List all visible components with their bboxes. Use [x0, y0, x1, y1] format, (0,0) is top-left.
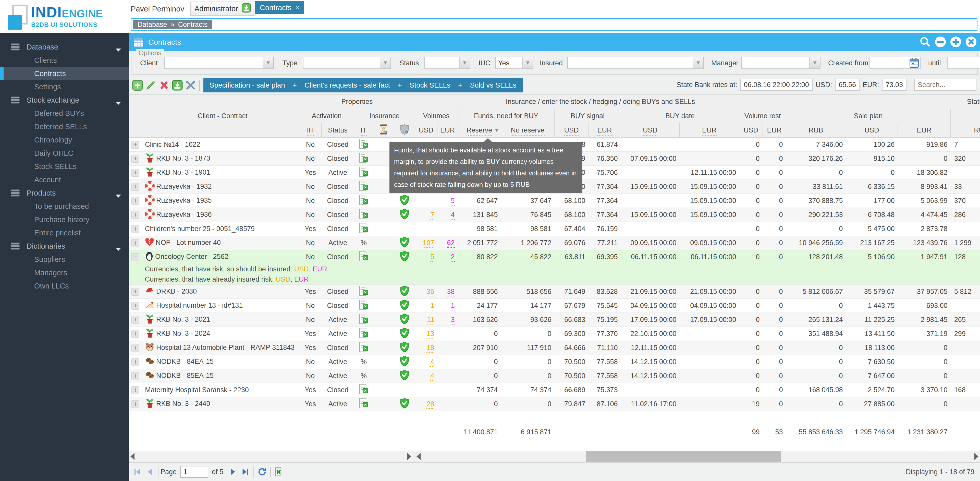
- row-expander-button[interactable]: −: [131, 253, 139, 261]
- calendar-icon[interactable]: [908, 57, 920, 68]
- view-tab-3[interactable]: Stock SELLs: [404, 81, 457, 89]
- column-header-volumes-eur[interactable]: EUR: [438, 123, 458, 138]
- scroll-left-icon[interactable]: [130, 453, 135, 460]
- sidebar-item-clients[interactable]: Clients: [0, 54, 129, 67]
- excel-icon[interactable]: [359, 199, 368, 207]
- column-header-it[interactable]: IT: [354, 123, 373, 138]
- excel-icon[interactable]: [359, 332, 368, 339]
- row-expander-button[interactable]: +: [131, 372, 139, 380]
- excel-icon[interactable]: [359, 171, 368, 178]
- excel-icon[interactable]: [359, 388, 368, 396]
- column-header-reserve[interactable]: Reserve▼: [458, 123, 501, 138]
- volume-eur-link[interactable]: 5: [451, 197, 455, 205]
- sidebar-item-deferred-sells[interactable]: Deferred SELLs: [0, 120, 129, 133]
- status-filter[interactable]: ▼: [425, 57, 470, 69]
- chevron-down-icon[interactable]: ▼: [262, 57, 273, 68]
- eur-rate-field[interactable]: 73.03: [882, 79, 907, 91]
- excel-icon[interactable]: [359, 185, 368, 193]
- manager-filter[interactable]: ▼: [741, 57, 821, 69]
- search-icon[interactable]: [919, 36, 931, 48]
- volume-usd-link[interactable]: 4: [430, 372, 434, 381]
- column-header-rest-usd[interactable]: USD: [739, 123, 763, 138]
- row-expander-button[interactable]: +: [131, 211, 139, 219]
- shield-icon[interactable]: [394, 123, 415, 138]
- collapse-icon[interactable]: [935, 36, 946, 48]
- row-expander-button[interactable]: +: [131, 197, 139, 205]
- volume-usd-link[interactable]: 13: [426, 330, 434, 339]
- column-header-next-rub[interactable]: RUB: [951, 123, 980, 138]
- volume-eur-link[interactable]: 38: [447, 288, 455, 296]
- created-from-field[interactable]: [870, 57, 921, 69]
- excel-export-icon[interactable]: [273, 466, 285, 478]
- row-expander-button[interactable]: +: [131, 155, 139, 162]
- sidebar-group-dictionaries[interactable]: Dictionaries: [0, 239, 129, 253]
- sidebar-item-own-llcs[interactable]: Own LLCs: [0, 279, 129, 293]
- row-expander-button[interactable]: +: [131, 330, 139, 338]
- first-page-button[interactable]: [131, 466, 144, 478]
- column-header-date-usd[interactable]: USD: [621, 123, 679, 138]
- volume-usd-link[interactable]: 11: [427, 316, 434, 325]
- add-button[interactable]: [131, 79, 144, 92]
- row-expander-button[interactable]: +: [131, 183, 139, 191]
- column-header-client[interactable]: Client - Contract: [142, 95, 299, 138]
- column-header-no-reserve[interactable]: No reserve: [501, 123, 555, 138]
- row-expander-button[interactable]: +: [131, 316, 139, 324]
- row-expander-button[interactable]: +: [131, 400, 139, 408]
- horizontal-scrollbar[interactable]: [415, 451, 980, 462]
- volume-usd-link[interactable]: 5: [430, 253, 434, 262]
- rates-datetime-field[interactable]: 06.08.16 22:00 22:00: [740, 79, 813, 91]
- sidebar-group-database[interactable]: Database: [0, 40, 129, 54]
- row-expander-button[interactable]: +: [131, 288, 139, 296]
- row-expander-button[interactable]: +: [131, 141, 139, 148]
- excel-icon[interactable]: [359, 304, 368, 312]
- client-filter[interactable]: ▼: [164, 57, 274, 69]
- sidebar-item-chronology[interactable]: Chronology: [0, 133, 129, 147]
- page-input[interactable]: [180, 466, 208, 478]
- next-page-button[interactable]: [227, 466, 239, 478]
- usd-rate-field[interactable]: 65.56: [835, 79, 859, 91]
- excel-icon[interactable]: [359, 290, 368, 298]
- sidebar-item-stock-sells[interactable]: Stock SELLs: [0, 160, 129, 173]
- column-header-plan-rub[interactable]: RUB: [786, 123, 846, 138]
- volume-eur-link[interactable]: 62: [447, 239, 455, 248]
- frozen-scrollbar[interactable]: [129, 451, 413, 462]
- delete-button[interactable]: [158, 79, 171, 92]
- volume-usd-link[interactable]: 1: [430, 302, 434, 311]
- export-button[interactable]: [171, 79, 184, 92]
- sidebar-item-settings[interactable]: Settings: [0, 80, 129, 94]
- sidebar-item-managers[interactable]: Managers: [0, 266, 129, 279]
- prev-page-button[interactable]: [144, 466, 156, 478]
- column-menu-icon[interactable]: ▼: [494, 127, 499, 133]
- scroll-right-icon[interactable]: [407, 453, 411, 460]
- volume-usd-link[interactable]: 36: [426, 288, 434, 296]
- type-filter[interactable]: ▼: [303, 57, 391, 69]
- chevron-down-icon[interactable]: ▼: [380, 57, 390, 68]
- excel-icon[interactable]: [359, 346, 368, 354]
- volume-usd-link[interactable]: 18: [426, 344, 434, 353]
- column-header-volumes-usd[interactable]: USD: [415, 123, 438, 138]
- tab-close-icon[interactable]: ×: [296, 3, 300, 12]
- sidebar-group-products[interactable]: Products: [0, 186, 129, 200]
- breadcrumb[interactable]: Database » Contracts: [133, 20, 212, 29]
- sidebar-item-deferred-buys[interactable]: Deferred BUYs: [0, 107, 129, 120]
- role-button[interactable]: Administrator: [190, 2, 256, 16]
- tab-contracts[interactable]: Contracts ×: [255, 1, 304, 14]
- excel-icon[interactable]: [359, 402, 368, 410]
- column-header-signal-eur[interactable]: EUR: [589, 123, 621, 138]
- column-header-plan-eur[interactable]: EUR: [898, 123, 951, 138]
- maximize-icon[interactable]: [950, 36, 962, 48]
- sidebar-item-daily-ohlc[interactable]: Daily OHLC: [0, 147, 129, 160]
- chevron-down-icon[interactable]: ▼: [459, 57, 470, 68]
- column-header-status[interactable]: Status: [321, 123, 354, 138]
- row-expander-button[interactable]: +: [131, 344, 139, 352]
- scrollbar-thumb[interactable]: [586, 451, 781, 462]
- settings-icon[interactable]: [184, 79, 197, 92]
- sidebar-item-account[interactable]: Account: [0, 173, 129, 186]
- row-expander-button[interactable]: +: [131, 302, 139, 310]
- column-header-plan-usd[interactable]: USD: [846, 123, 898, 138]
- insured-filter[interactable]: ▼: [567, 57, 704, 69]
- view-tab-4[interactable]: Sold vs SELLs: [464, 81, 522, 89]
- volume-usd-link[interactable]: 4: [430, 358, 434, 366]
- excel-icon[interactable]: [359, 157, 368, 164]
- volume-eur-link[interactable]: 2: [451, 253, 455, 262]
